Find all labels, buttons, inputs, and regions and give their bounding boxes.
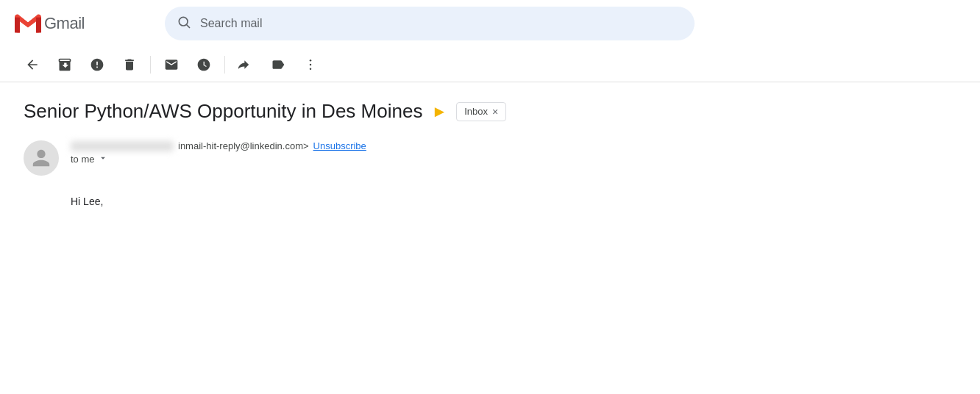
- email-body: Hi Lee,: [24, 193, 956, 209]
- sender-email: inmail-hit-reply@linkedin.com>: [178, 140, 309, 151]
- toolbar: [0, 47, 980, 82]
- svg-point-6: [310, 59, 312, 61]
- toolbar-divider-1: [150, 56, 151, 74]
- inbox-close-icon[interactable]: ×: [492, 106, 498, 118]
- more-button[interactable]: [296, 50, 325, 79]
- email-subject: Senior Python/AWS Opportunity in Des Moi…: [24, 100, 422, 123]
- svg-rect-2: [15, 18, 20, 33]
- search-input[interactable]: [200, 17, 683, 30]
- archive-button[interactable]: [50, 50, 79, 79]
- sender-name-blurred: [71, 141, 174, 151]
- sender-row: inmail-hit-reply@linkedin.com> Unsubscri…: [24, 140, 956, 176]
- toolbar-divider-2: [224, 56, 225, 74]
- header: Gmail: [0, 0, 980, 47]
- svg-rect-3: [36, 18, 41, 33]
- inbox-label: Inbox: [464, 106, 488, 117]
- to-me-dropdown-icon[interactable]: [98, 153, 108, 165]
- sender-info: inmail-hit-reply@linkedin.com> Unsubscri…: [71, 140, 366, 165]
- subject-row: Senior Python/AWS Opportunity in Des Moi…: [24, 100, 956, 123]
- sender-name-row: inmail-hit-reply@linkedin.com> Unsubscri…: [71, 140, 366, 151]
- snooze-button[interactable]: [189, 50, 219, 79]
- svg-point-7: [310, 63, 312, 65]
- move-button[interactable]: [231, 50, 260, 79]
- delete-button[interactable]: [115, 50, 144, 79]
- avatar: [24, 140, 59, 176]
- back-button[interactable]: [18, 50, 47, 79]
- spam-button[interactable]: [82, 50, 112, 79]
- email-content: Senior Python/AWS Opportunity in Des Moi…: [0, 82, 980, 227]
- greeting-text: Hi Lee,: [71, 193, 956, 209]
- avatar-person-icon: [31, 148, 52, 168]
- search-icon: [177, 15, 191, 33]
- inbox-badge[interactable]: Inbox ×: [456, 102, 506, 121]
- gmail-m-icon: [15, 13, 41, 34]
- logo-area: Gmail: [12, 9, 159, 38]
- svg-point-8: [310, 68, 312, 70]
- search-bar[interactable]: [165, 7, 695, 40]
- svg-line-5: [187, 24, 190, 27]
- gmail-text: Gmail: [44, 14, 85, 33]
- to-me-row: to me: [71, 153, 366, 165]
- to-me-label: to me: [71, 154, 95, 165]
- forward-arrow-icon: ►: [431, 102, 447, 121]
- unsubscribe-link[interactable]: Unsubscribe: [313, 140, 366, 151]
- mark-unread-button[interactable]: [157, 50, 186, 79]
- label-button[interactable]: [263, 50, 293, 79]
